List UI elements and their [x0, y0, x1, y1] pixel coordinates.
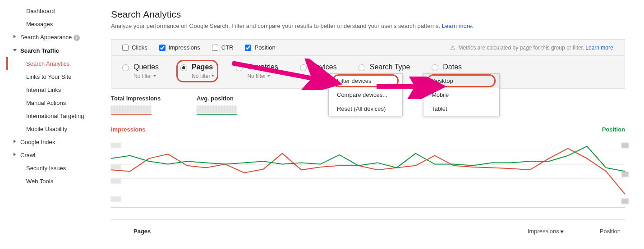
dropdown-item-filter-devices[interactable]: Filter devices [329, 74, 402, 88]
table-col-impressions[interactable]: Impressions [528, 228, 564, 235]
caret-down-icon [153, 75, 156, 77]
main-content: Search Analytics Analyze your performanc… [99, 0, 644, 249]
sidebar-item-links-to-your-site[interactable]: Links to Your Site [0, 70, 99, 83]
sidebar-item-google-index[interactable]: Google Index [0, 136, 99, 149]
chevron-right-icon [14, 153, 16, 156]
metrics-note: ⚠ Metrics are calculated by page for thi… [450, 44, 615, 51]
table-header: Pages Impressions Position [111, 219, 625, 235]
table-row-label[interactable]: Pages [133, 228, 151, 235]
chevron-down-icon [13, 49, 17, 51]
dimension-pages[interactable]: PagesNo filter [178, 61, 217, 81]
sidebar-item-search-traffic[interactable]: Search Traffic [0, 44, 99, 57]
dropdown-item-compare-devices-[interactable]: Compare devices... [329, 88, 402, 102]
radio-icon[interactable] [180, 64, 187, 71]
dropdown-item-desktop[interactable]: Desktop [423, 74, 499, 88]
redacted-value [197, 105, 237, 113]
caret-down-icon [267, 75, 270, 77]
table-col-position[interactable]: Position [600, 228, 621, 235]
radio-icon[interactable] [359, 64, 365, 71]
dropdown-item-reset-all-devices-[interactable]: Reset (All devices) [329, 102, 402, 116]
chart-series-impressions [111, 149, 625, 195]
info-icon: i [74, 35, 80, 41]
chevron-right-icon [14, 35, 16, 38]
dimension-countries[interactable]: CountriesNo filter [233, 61, 281, 81]
learn-more-link[interactable]: Learn more. [442, 23, 474, 29]
metric-position[interactable]: Position [245, 44, 275, 51]
radio-icon[interactable] [122, 64, 129, 71]
dropdown-item-tablet[interactable]: Tablet [423, 102, 499, 116]
metrics-learn-more-link[interactable]: Learn more. [585, 45, 615, 51]
caret-down-icon [212, 75, 214, 77]
devices-dropdown: Filter devicesCompare devices...Reset (A… [328, 73, 403, 116]
redacted-value [111, 105, 152, 113]
metric-clicks[interactable]: Clicks [122, 44, 147, 51]
sidebar-item-internal-links[interactable]: Internal Links [0, 83, 99, 96]
warning-icon: ⚠ [450, 44, 455, 51]
metrics-bar: ClicksImpressionsCTRPosition ⚠ Metrics a… [111, 39, 625, 55]
radio-icon[interactable] [300, 64, 307, 71]
radio-icon[interactable] [236, 64, 243, 71]
chart-left-label: Impressions [111, 126, 146, 133]
sidebar-item-security-issues[interactable]: Security Issues [0, 162, 99, 175]
metric-checkbox[interactable] [122, 45, 129, 51]
sidebar-item-manual-actions[interactable]: Manual Actions [0, 96, 99, 109]
sidebar-item-mobile-usability[interactable]: Mobile Usability [0, 122, 99, 136]
dimension-filter[interactable]: No filter [247, 73, 278, 79]
dimension-filter[interactable]: No filter [192, 73, 214, 79]
sidebar-item-messages[interactable]: Messages [0, 18, 99, 31]
sidebar: DashboardMessagesSearch AppearanceiSearc… [0, 0, 99, 249]
metric-checkbox[interactable] [159, 45, 166, 51]
sidebar-item-dashboard[interactable]: Dashboard [0, 5, 99, 18]
metric-checkbox[interactable] [245, 45, 251, 51]
sidebar-item-web-tools[interactable]: Web Tools [0, 175, 99, 188]
chart [111, 136, 625, 208]
chart-right-label: Position [602, 126, 625, 133]
page-title: Search Analytics [111, 9, 625, 20]
chevron-right-icon [14, 140, 16, 143]
sidebar-item-search-appearance[interactable]: Search Appearancei [0, 31, 99, 44]
page-description: Analyze your performance on Google Searc… [111, 23, 625, 29]
dropdown-item-mobile[interactable]: Mobile [423, 88, 499, 102]
metric-checkbox[interactable] [212, 45, 218, 51]
metric-ctr[interactable]: CTR [212, 44, 234, 51]
total-avg-position: Avg. position [197, 95, 260, 115]
metric-impressions[interactable]: Impressions [159, 44, 200, 51]
radio-icon[interactable] [432, 64, 438, 71]
sidebar-item-international-targeting[interactable]: International Targeting [0, 109, 99, 122]
sidebar-item-crawl[interactable]: Crawl [0, 149, 99, 162]
device-filter-dropdown: DesktopMobileTablet [423, 73, 500, 116]
chart-header: Impressions Position [111, 126, 625, 133]
dimension-queries[interactable]: QueriesNo filter [120, 61, 161, 81]
sidebar-item-search-analytics[interactable]: Search Analytics [0, 57, 99, 70]
sort-desc-icon [560, 231, 564, 233]
total-total-impressions: Total impressions [111, 95, 174, 115]
dimension-filter[interactable]: No filter [133, 73, 159, 79]
